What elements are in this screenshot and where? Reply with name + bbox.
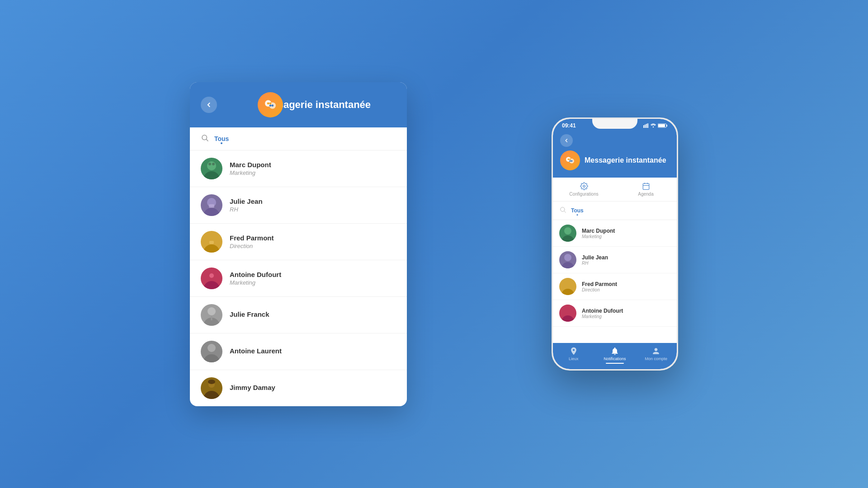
phone-title: Messagerie instantanée — [585, 156, 666, 164]
list-item[interactable]: Antoine Dufourt Marketing — [553, 300, 677, 327]
tablet-contact-list: Marc Dupont Marketing Julie Jean RH — [190, 150, 407, 406]
svg-rect-36 — [658, 124, 665, 127]
svg-point-15 — [203, 244, 220, 253]
contact-info: Antoine Laurent — [230, 347, 396, 356]
svg-point-53 — [564, 254, 571, 261]
table-row[interactable]: Fred Parmont Direction — [190, 224, 407, 260]
phone-header: Messagerie instantanée — [553, 131, 677, 178]
nav-lieux-label: Lieux — [569, 357, 579, 361]
list-item[interactable]: Marc Dupont Marketing — [553, 220, 677, 247]
svg-point-51 — [564, 227, 571, 235]
contact-dept: Marketing — [230, 169, 396, 176]
phone-tabs: Configurations Agenda — [553, 178, 677, 202]
avatar — [559, 278, 576, 295]
phone-time: 09:41 — [562, 122, 576, 129]
phone-notch — [592, 119, 637, 129]
phone-wrapper: 09:41 — [552, 117, 678, 371]
svg-point-54 — [561, 289, 574, 295]
contact-info: Fred Parmont Direction — [582, 281, 617, 292]
contact-info: Marc Dupont Marketing — [582, 228, 615, 239]
table-row[interactable]: Antoine Laurent — [190, 333, 407, 370]
list-item[interactable]: Julie Jean RH — [553, 247, 677, 273]
svg-point-9 — [207, 161, 216, 170]
svg-point-43 — [583, 185, 585, 188]
avatar — [201, 231, 222, 253]
phone-status-icons — [643, 123, 668, 128]
nav-notifications-label: Notifications — [604, 357, 626, 361]
svg-point-57 — [564, 307, 571, 314]
svg-rect-14 — [209, 204, 214, 208]
phone-app-icon — [560, 150, 580, 170]
svg-point-42 — [569, 160, 571, 162]
svg-line-7 — [206, 139, 208, 141]
svg-rect-35 — [666, 125, 667, 127]
contact-name: Antoine Dufourt — [230, 271, 396, 278]
svg-point-20 — [209, 273, 214, 278]
tab-configurations-label: Configurations — [569, 192, 598, 197]
svg-point-2 — [267, 102, 269, 104]
tablet-search-bar: Tous — [190, 127, 407, 150]
phone-search-icon[interactable] — [559, 206, 566, 215]
nav-active-indicator — [606, 363, 624, 364]
list-item[interactable]: Fred Parmont Direction — [553, 273, 677, 300]
avatar — [201, 267, 222, 289]
svg-point-33 — [653, 127, 654, 128]
contact-dept: Marketing — [582, 314, 623, 319]
contact-info: Marc Dupont Marketing — [230, 161, 396, 176]
svg-point-3 — [269, 102, 272, 104]
table-row[interactable]: Marc Dupont Marketing — [190, 150, 407, 187]
nav-lieux[interactable]: Lieux — [553, 347, 594, 364]
avatar — [559, 251, 576, 268]
search-icon[interactable] — [201, 134, 209, 144]
phone-filter-tous-button[interactable]: Tous — [571, 207, 584, 214]
tab-configurations[interactable]: Configurations — [553, 178, 615, 201]
contact-dept: RH — [582, 261, 608, 266]
svg-point-56 — [561, 315, 574, 322]
nav-notifications[interactable]: Notifications — [594, 347, 635, 364]
filter-tous-button[interactable]: Tous — [214, 135, 229, 142]
tab-agenda[interactable]: Agenda — [615, 178, 677, 201]
svg-point-52 — [561, 262, 574, 268]
contact-name: Jimmy Damay — [230, 384, 396, 391]
table-row[interactable]: Julie Franck — [190, 297, 407, 333]
svg-point-50 — [561, 235, 574, 242]
svg-point-6 — [202, 135, 207, 140]
svg-point-5 — [269, 104, 272, 107]
contact-info: Julie Franck — [230, 310, 396, 319]
contact-name: Antoine Dufourt — [582, 308, 623, 314]
svg-rect-30 — [645, 125, 646, 128]
contact-name: Julie Jean — [230, 197, 396, 205]
svg-rect-44 — [643, 183, 649, 190]
avatar — [201, 341, 222, 362]
table-row[interactable]: Julie Jean RH — [190, 187, 407, 224]
svg-point-12 — [203, 208, 220, 216]
nav-mon-compte[interactable]: Mon compte — [636, 347, 677, 364]
svg-point-4 — [271, 104, 274, 107]
phone-bottom-nav: Lieux Notifications Mon compte — [553, 343, 677, 369]
contact-name: Marc Dupont — [582, 228, 615, 234]
table-row[interactable]: Antoine Dufourt Marketing — [190, 260, 407, 297]
table-row[interactable]: Jimmy Damay — [190, 370, 407, 406]
tablet-header: Messagerie instantanée — [190, 82, 407, 127]
svg-point-48 — [561, 207, 565, 211]
phone-back-row — [560, 134, 670, 147]
tablet-back-button[interactable] — [201, 97, 217, 113]
contact-name: Fred Parmont — [230, 234, 396, 242]
svg-point-10 — [208, 163, 211, 165]
svg-rect-32 — [647, 123, 648, 128]
svg-point-55 — [564, 281, 571, 288]
contact-dept: Direction — [582, 287, 617, 292]
svg-point-8 — [203, 171, 220, 179]
svg-point-40 — [569, 159, 571, 160]
contact-dept: Direction — [230, 243, 396, 249]
tablet-app-icon — [258, 92, 283, 117]
phone-inner: 09:41 — [553, 119, 677, 369]
contact-dept: Marketing — [582, 234, 615, 239]
phone-search-bar: Tous — [553, 202, 677, 220]
phone-back-button[interactable] — [560, 134, 573, 147]
phone-shell: 09:41 — [552, 117, 678, 371]
svg-rect-29 — [643, 125, 644, 128]
contact-info: Fred Parmont Direction — [230, 234, 396, 249]
phone-app-header: Messagerie instantanée — [560, 150, 670, 170]
contact-info: Antoine Dufourt Marketing — [582, 308, 623, 319]
